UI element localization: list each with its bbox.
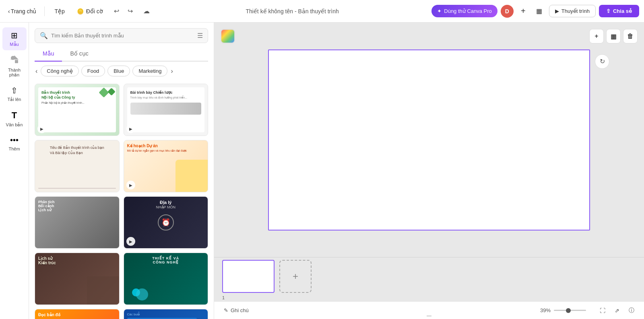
pill-congnge[interactable]: Công nghệ [41, 66, 78, 76]
share-label: Chia sẻ [613, 8, 632, 14]
template-card[interactable]: Phân tíchBối cảnhLịch sử [35, 196, 120, 249]
avatar[interactable]: D [501, 5, 514, 18]
pills-next[interactable]: › [170, 67, 173, 76]
refresh-button[interactable]: ↻ [595, 54, 609, 69]
save-cloud-button[interactable]: ☁ [140, 5, 153, 18]
home-label: Trang chủ [11, 8, 37, 14]
file-tab[interactable]: Tệp [50, 6, 69, 16]
expand-bar[interactable]: — [417, 313, 441, 319]
template-card[interactable]: Kế hoạch Dự án Mô tả dự án ngắn gọn và m… [124, 140, 208, 192]
upload-label: Tải lên [8, 97, 21, 102]
share-icon: ⇧ [606, 8, 611, 14]
add-page-button[interactable]: + [589, 29, 604, 43]
templates-tabs: Mẫu Bố cục [35, 46, 208, 62]
star-icon: ✦ [437, 8, 442, 14]
templates-grid: Bản thuyết trìnhNội bộ của Công ty Phần … [29, 80, 214, 319]
pill-marketing[interactable]: Marketing [132, 66, 167, 76]
undo-redo-group: ↩ ↪ [110, 5, 137, 18]
template-card[interactable]: THIẾT KẾ VÀCÔNG NGHỆ [124, 253, 208, 305]
slide-thumbnail-1[interactable] [222, 260, 275, 293]
search-icon: 🔍 [40, 32, 48, 39]
more-label: Thêm [8, 146, 20, 151]
templates-icon: ⊞ [11, 31, 18, 40]
notes-icon: ✎ [224, 307, 228, 313]
category-pills: ‹ Công nghệ Food Blue Marketing › [29, 62, 214, 80]
sidebar-item-upload[interactable]: ⇧ Tải lên [2, 82, 27, 105]
duplicate-page-button[interactable]: ▦ [606, 29, 621, 43]
template-card[interactable]: Bài trình bày Chiến lược Trình bày mục t… [124, 84, 208, 136]
zoom-dot [566, 308, 571, 313]
text-icon: T [12, 110, 17, 121]
sidebar-item-more[interactable]: ••• Thêm [2, 132, 27, 154]
sidebar-item-elements[interactable]: Thành phần [2, 52, 27, 81]
template-card[interactable]: Tiêu đề Bản thuyết trình của bạnVà Bài t… [35, 140, 120, 192]
templates-panel: 🔍 ☰ Mẫu Bố cục ‹ Công nghệ Food Blue Mar… [29, 23, 214, 319]
filter-icon[interactable]: ☰ [197, 32, 203, 39]
search-area: 🔍 ☰ [29, 23, 214, 46]
search-box: 🔍 ☰ [35, 28, 208, 43]
coin-icon: 🪙 [77, 8, 84, 14]
template-card[interactable]: Đọc bản đồ 🗺️ [35, 309, 120, 319]
fullscreen-button[interactable]: ⛶ [597, 305, 609, 317]
tab-mau[interactable]: Mẫu [35, 46, 62, 62]
text-label: Văn bản [6, 122, 23, 128]
topbar-right: ✦ Dùng thử Canva Pro D + ▦ ▶ Thuyết trìn… [431, 5, 639, 18]
template-card[interactable]: Lịch sửKiến trúc [35, 253, 120, 305]
statusbar-right: ⛶ ⇗ ⓘ [597, 305, 638, 317]
play-icon: ▶ [37, 124, 46, 133]
help-button[interactable]: ⓘ [625, 305, 638, 317]
topbar: ‹ Trang chủ Tệp 🪙 Đổi cờ ↩ ↪ ☁ Thiết kế … [0, 0, 644, 23]
try-pro-label: Dùng thử Canva Pro [444, 8, 492, 14]
sidebar-item-templates[interactable]: ⊞ Mẫu [2, 27, 27, 50]
present-icon: ▶ [555, 8, 559, 14]
template-card[interactable]: Các buổi [124, 309, 208, 319]
zoom-controls: 39% [540, 307, 586, 313]
main-content: ⊞ Mẫu Thành phần ⇧ Tải lên T Văn bản •••… [0, 23, 644, 319]
undo-button[interactable]: ↩ [110, 5, 123, 18]
elements-label: Thành phần [5, 68, 24, 78]
template-card[interactable]: Bản thuyết trìnhNội bộ của Công ty Phần … [35, 84, 120, 136]
divider [44, 6, 45, 16]
back-button[interactable]: ‹ Trang chủ [5, 6, 39, 16]
zoom-level: 39% [540, 307, 551, 313]
pill-food[interactable]: Food [81, 66, 105, 76]
topbar-left: ‹ Trang chủ Tệp 🪙 Đổi cờ ↩ ↪ ☁ [5, 5, 153, 18]
elements-icon [10, 55, 19, 66]
tab-bo-cuc[interactable]: Bố cục [62, 46, 96, 62]
add-slide-button[interactable]: + [279, 260, 312, 293]
share-button[interactable]: ⇧ Chia sẻ [599, 5, 639, 17]
canvas-workspace: ↻ [214, 23, 644, 257]
play-icon: ▶ [126, 181, 135, 189]
slide-canvas: ↻ [268, 49, 590, 231]
canvas-area: + ▦ 🗑 ↻ — 1 + ✎ Ghi chú [214, 23, 644, 319]
pill-blue[interactable]: Blue [107, 66, 130, 76]
pills-prev[interactable]: ‹ [35, 67, 38, 76]
expand-button[interactable]: ⇗ [611, 305, 623, 317]
analytics-button[interactable]: ▦ [533, 5, 546, 18]
svg-rect-1 [15, 60, 18, 63]
filmstrip: 1 + [214, 257, 644, 301]
more-icon: ••• [10, 136, 19, 145]
doi-cu-label: Đổi cờ [86, 8, 103, 14]
notes-label: Ghi chú [231, 307, 249, 313]
doi-cu-button[interactable]: 🪙 Đổi cờ [73, 6, 107, 16]
play-icon: ▶ [126, 124, 135, 133]
sidebar: ⊞ Mẫu Thành phần ⇧ Tải lên T Văn bản •••… [0, 23, 29, 319]
templates-label: Mẫu [10, 42, 19, 47]
try-pro-button[interactable]: ✦ Dùng thử Canva Pro [431, 5, 497, 17]
canvas-toolbar: + ▦ 🗑 [589, 29, 638, 43]
document-title: Thiết kế không tên - Bản thuyết trình [156, 8, 428, 14]
redo-button[interactable]: ↪ [124, 5, 137, 18]
notes-button[interactable]: ✎ Ghi chú [221, 306, 252, 315]
add-element-button[interactable]: + [517, 5, 530, 18]
play-icon: ▶ [126, 237, 135, 246]
template-card[interactable]: Địa lý NHẬP MÔN ⏰ ▶ [124, 196, 208, 249]
present-button[interactable]: ▶ Thuyết trình [549, 5, 596, 17]
delete-page-button[interactable]: 🗑 [623, 29, 638, 43]
search-input[interactable] [51, 33, 194, 39]
slide-number: 1 [222, 295, 225, 300]
expand-icon: — [427, 313, 431, 319]
sidebar-item-text[interactable]: T Văn bản [2, 107, 27, 131]
back-arrow-icon: ‹ [8, 8, 10, 14]
upload-icon: ⇧ [11, 86, 18, 95]
